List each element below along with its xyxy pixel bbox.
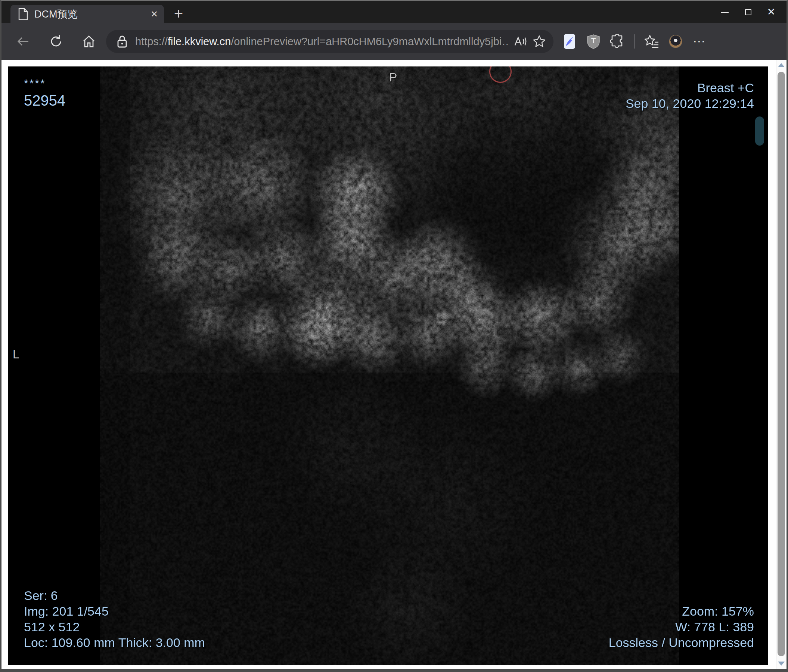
tab-title: DCM预览 xyxy=(34,8,148,21)
dicom-viewer[interactable]: **** 52954 Breast +C Sep 10, 2020 12:29:… xyxy=(8,67,768,665)
address-bar[interactable]: https://file.kkview.cn/onlinePreview?url… xyxy=(106,30,553,53)
tab-close-icon[interactable]: ✕ xyxy=(151,10,158,19)
collections-icon xyxy=(644,35,659,48)
new-tab-button[interactable]: + xyxy=(170,6,187,22)
thunder-extension-button[interactable] xyxy=(562,34,577,49)
browser-toolbar: https://file.kkview.cn/onlinePreview?url… xyxy=(2,23,786,60)
tampermonkey-letter: T xyxy=(586,36,601,45)
puzzle-icon xyxy=(610,34,624,49)
scrollbar-thumb[interactable] xyxy=(778,72,785,656)
overlay-top-left: **** 52954 xyxy=(24,78,65,109)
orientation-marker-posterior: P xyxy=(389,70,397,85)
close-icon: ✕ xyxy=(767,7,776,17)
scroll-up-icon[interactable] xyxy=(778,63,785,67)
series-number: Ser: 6 xyxy=(24,588,205,603)
window-level: W: 778 L: 389 xyxy=(609,619,754,635)
slice-indicator[interactable] xyxy=(755,116,764,146)
home-button[interactable] xyxy=(82,35,95,48)
document-icon xyxy=(18,8,29,20)
study-description: Breast +C xyxy=(626,80,754,95)
close-button[interactable]: ✕ xyxy=(759,2,783,23)
tab-dcm-preview[interactable]: DCM预览 ✕ xyxy=(10,5,164,23)
zoom-level: Zoom: 157% xyxy=(609,603,754,619)
extensions-button[interactable] xyxy=(610,34,624,49)
more-icon: ⋯ xyxy=(693,39,706,44)
window-controls: ✕ xyxy=(713,1,783,23)
tampermonkey-extension-button[interactable]: T xyxy=(586,34,601,49)
url-path: /onlinePreview?url=aHR0cHM6Ly9maWxlLmtrd… xyxy=(231,35,508,48)
read-aloud-button[interactable] xyxy=(514,35,527,48)
maximize-button[interactable] xyxy=(736,2,759,23)
orientation-marker-left: L xyxy=(13,347,19,362)
toolbar-separator xyxy=(634,34,635,49)
page-scrollbar[interactable] xyxy=(776,60,786,669)
slice-location: Loc: 109.60 mm Thick: 3.00 mm xyxy=(24,635,205,650)
url-text[interactable]: https://file.kkview.cn/onlinePreview?url… xyxy=(135,35,508,48)
refresh-button[interactable] xyxy=(49,35,63,48)
overlay-top-right: Breast +C Sep 10, 2020 12:29:14 xyxy=(626,80,754,111)
image-number: Img: 201 1/545 xyxy=(24,603,205,619)
home-icon xyxy=(82,35,95,48)
mri-image[interactable] xyxy=(100,67,679,665)
minimize-icon xyxy=(721,12,729,13)
tab-bar: DCM预览 ✕ + ✕ xyxy=(2,1,786,23)
extensions-row: T ⋯ xyxy=(562,34,707,49)
overlay-bottom-left: Ser: 6 Img: 201 1/545 512 x 512 Loc: 109… xyxy=(24,588,205,650)
back-button[interactable] xyxy=(16,35,30,48)
settings-more-button[interactable]: ⋯ xyxy=(693,34,707,49)
profile-button[interactable] xyxy=(669,34,683,49)
web-page: **** 52954 Breast +C Sep 10, 2020 12:29:… xyxy=(2,60,786,669)
thunder-extension-icon xyxy=(564,34,575,49)
study-datetime: Sep 10, 2020 12:29:14 xyxy=(626,95,754,111)
browser-window: DCM预览 ✕ + ✕ https://file.kkview.cn/onlin… xyxy=(0,0,788,672)
profile-avatar xyxy=(669,35,682,48)
refresh-icon xyxy=(49,35,63,48)
scroll-down-icon[interactable] xyxy=(778,661,785,666)
collections-button[interactable] xyxy=(645,34,659,49)
compression-info: Lossless / Uncompressed xyxy=(609,635,754,650)
minimize-button[interactable] xyxy=(713,2,736,23)
image-matrix: 512 x 512 xyxy=(24,619,205,635)
maximize-icon xyxy=(745,9,751,15)
patient-id: 52954 xyxy=(24,92,65,109)
overlay-bottom-right: Zoom: 157% W: 778 L: 389 Lossless / Unco… xyxy=(609,603,754,650)
url-scheme: https:// xyxy=(135,35,168,48)
url-host: file.kkview.cn xyxy=(168,35,231,48)
favorite-star-button[interactable] xyxy=(532,35,546,48)
back-icon xyxy=(16,35,30,48)
patient-name-masked: **** xyxy=(24,78,65,89)
lock-icon xyxy=(116,35,128,48)
